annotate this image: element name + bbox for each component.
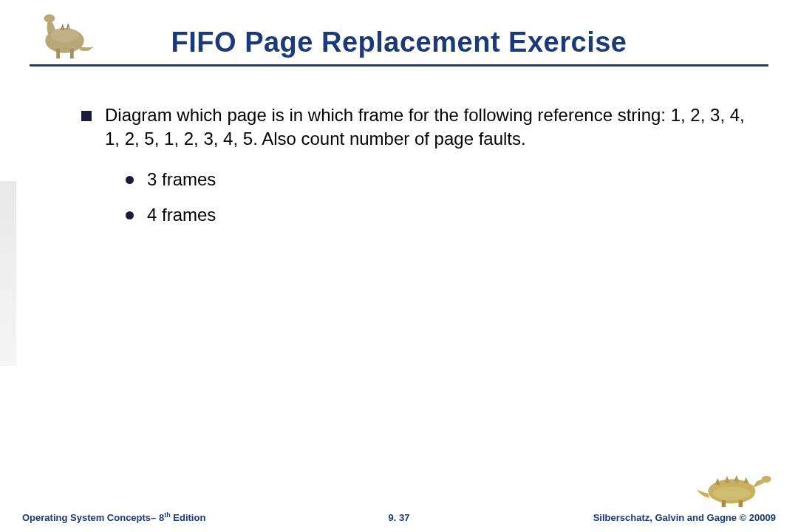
svg-rect-8 [739, 500, 743, 507]
svg-rect-2 [56, 49, 60, 58]
sub-bullet-list: 3 frames 4 frames [126, 168, 754, 228]
svg-rect-3 [70, 49, 74, 58]
svg-point-6 [762, 476, 771, 482]
main-bullet-text: Diagram which page is in which frame for… [105, 103, 754, 151]
dinosaur-bottom-icon [695, 468, 776, 508]
footer-page-number: 9. 37 [389, 512, 410, 523]
svg-point-4 [51, 28, 79, 42]
title-underline [30, 64, 768, 66]
sub-bullet-text: 4 frames [147, 203, 216, 227]
main-bullet-item: Diagram which page is in which frame for… [81, 103, 754, 151]
sub-bullet-item: 3 frames [126, 168, 754, 191]
footer-copyright: Silberschatz, Galvin and Gagne © 20009 [593, 512, 776, 523]
footer-edition-ordinal: th [164, 511, 171, 519]
sub-bullet-text: 3 frames [147, 168, 216, 191]
footer-edition-word: Edition [171, 512, 206, 523]
side-gradient-strip [0, 181, 16, 366]
footer-book-name: Operating System Concepts– [22, 512, 159, 523]
svg-point-9 [713, 487, 751, 500]
slide-header: FIFO Page Replacement Exercise [30, 13, 768, 66]
slide-content: Diagram which page is in which frame for… [81, 103, 754, 239]
sub-bullet-item: 4 frames [126, 203, 754, 227]
square-bullet-icon [81, 111, 92, 121]
round-bullet-icon [126, 211, 134, 219]
footer-book-title: Operating System Concepts– 8th Edition [22, 511, 205, 523]
slide-footer: Operating System Concepts– 8th Edition 9… [22, 511, 776, 523]
dinosaur-top-icon [30, 6, 100, 61]
svg-point-1 [44, 14, 55, 22]
slide-title: FIFO Page Replacement Exercise [30, 13, 768, 58]
svg-rect-7 [722, 500, 726, 507]
round-bullet-icon [126, 176, 134, 184]
